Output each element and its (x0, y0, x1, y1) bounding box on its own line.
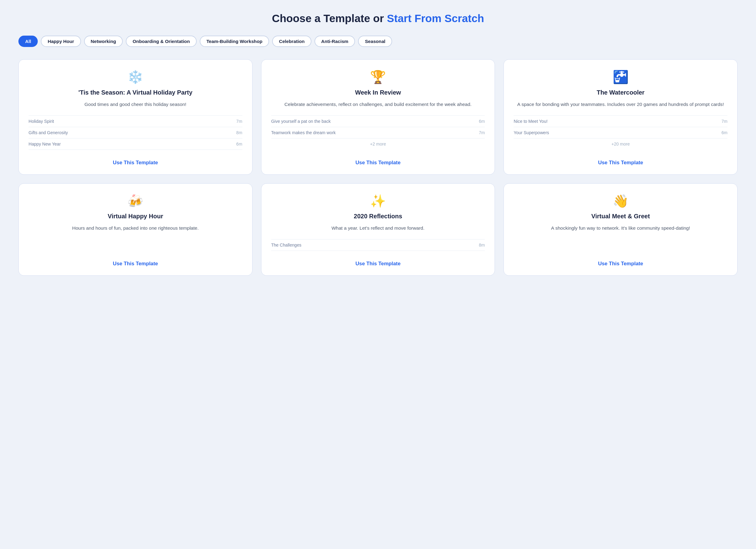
more-label-2: +20 more (514, 141, 727, 146)
card-description-1: Celebrate achievements, reflect on chall… (284, 101, 472, 108)
use-template-button-3[interactable]: Use This Template (113, 257, 158, 267)
card-activities-1: Give yourself a pat on the back6mTeamwor… (271, 115, 485, 148)
card-title-1: Week In Review (355, 88, 401, 96)
activity-row: Holiday Spirit7m (29, 115, 242, 127)
template-card-1: 🏆Week In ReviewCelebrate achievements, r… (261, 59, 495, 175)
template-card-5: 👋Virtual Meet & GreetA shockingly fun wa… (503, 183, 738, 276)
template-card-3: 🍻Virtual Happy HourHours and hours of fu… (18, 183, 253, 276)
use-template-button-2[interactable]: Use This Template (598, 156, 643, 166)
template-card-4: ✨2020 ReflectionsWhat a year. Let's refl… (261, 183, 495, 276)
card-description-5: A shockingly fun way to network. It's li… (551, 224, 690, 232)
card-title-4: 2020 Reflections (354, 212, 402, 220)
filter-bar: AllHappy HourNetworkingOnboarding & Orie… (18, 36, 738, 47)
card-activities-4: The Challenges8m (271, 239, 485, 251)
activity-duration: 6m (479, 119, 485, 124)
activity-duration: 7m (479, 130, 485, 135)
cards-grid: ❄️'Tis the Season: A Virtual Holiday Par… (18, 59, 738, 276)
activity-row: Give yourself a pat on the back6m (271, 115, 485, 127)
use-template-button-1[interactable]: Use This Template (355, 156, 400, 166)
card-title-2: The Watercooler (597, 88, 645, 96)
activity-name: Nice to Meet You! (514, 119, 547, 124)
filter-btn-celebration[interactable]: Celebration (272, 36, 311, 47)
activity-row: Nice to Meet You!7m (514, 115, 727, 127)
use-template-button-4[interactable]: Use This Template (355, 257, 400, 267)
filter-btn-all[interactable]: All (18, 36, 38, 47)
activity-duration: 8m (479, 242, 485, 247)
template-card-2: 🚰The WatercoolerA space for bonding with… (503, 59, 738, 175)
card-description-4: What a year. Let's reflect and move forw… (331, 224, 424, 232)
activity-row: The Challenges8m (271, 239, 485, 251)
activity-duration: 7m (236, 119, 242, 124)
activity-duration: 8m (236, 130, 242, 135)
activity-row: Happy New Year6m (29, 138, 242, 150)
activity-row: Gifts and Generosity8m (29, 127, 242, 138)
card-icon-1: 🏆 (370, 71, 386, 83)
activity-name: Your Superpowers (514, 130, 549, 135)
activity-row: Teamwork makes the dream work7m (271, 127, 485, 138)
activity-name: Teamwork makes the dream work (271, 130, 336, 135)
use-template-button-5[interactable]: Use This Template (598, 257, 643, 267)
card-description-2: A space for bonding with your teammates.… (517, 101, 724, 108)
card-activities-2: Nice to Meet You!7mYour Superpowers6m+20… (514, 115, 727, 148)
card-activities-0: Holiday Spirit7mGifts and Generosity8mHa… (29, 115, 242, 150)
activity-name: Gifts and Generosity (29, 130, 68, 135)
filter-btn-onboarding--orientation[interactable]: Onboarding & Orientation (126, 36, 196, 47)
card-description-3: Hours and hours of fun, packed into one … (72, 224, 199, 232)
activity-name: The Challenges (271, 242, 302, 247)
card-icon-3: 🍻 (127, 195, 143, 207)
activity-name: Happy New Year (29, 141, 61, 146)
card-title-3: Virtual Happy Hour (108, 212, 163, 220)
template-card-0: ❄️'Tis the Season: A Virtual Holiday Par… (18, 59, 253, 175)
card-description-0: Good times and good cheer this holiday s… (84, 101, 186, 108)
filter-btn-happy-hour[interactable]: Happy Hour (41, 36, 81, 47)
use-template-button-0[interactable]: Use This Template (113, 156, 158, 166)
more-label-1: +2 more (271, 141, 485, 146)
card-title-5: Virtual Meet & Greet (591, 212, 650, 220)
activity-duration: 6m (721, 130, 727, 135)
activity-row: Your Superpowers6m (514, 127, 727, 138)
card-title-0: 'Tis the Season: A Virtual Holiday Party (79, 88, 193, 96)
activity-duration: 7m (721, 119, 727, 124)
filter-btn-team-building-workshop[interactable]: Team-Building Workshop (200, 36, 269, 47)
activity-name: Holiday Spirit (29, 119, 54, 124)
card-icon-5: 👋 (613, 195, 629, 207)
activity-duration: 6m (236, 141, 242, 146)
filter-btn-seasonal[interactable]: Seasonal (358, 36, 392, 47)
card-icon-2: 🚰 (613, 71, 629, 83)
card-icon-4: ✨ (370, 195, 386, 207)
card-icon-0: ❄️ (127, 71, 143, 83)
filter-btn-networking[interactable]: Networking (84, 36, 123, 47)
activity-name: Give yourself a pat on the back (271, 119, 331, 124)
filter-btn-anti-racism[interactable]: Anti-Racism (314, 36, 355, 47)
page-title: Choose a Template or Start From Scratch (18, 12, 738, 25)
